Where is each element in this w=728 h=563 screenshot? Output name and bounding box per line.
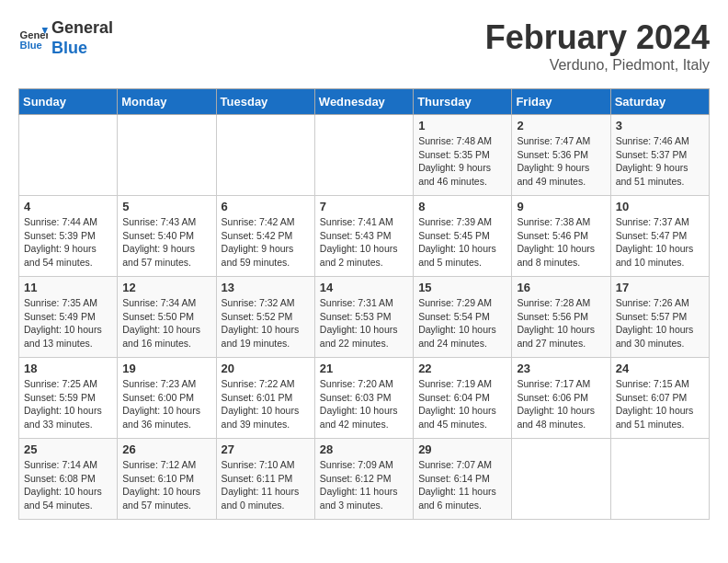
calendar-cell: 18Sunrise: 7:25 AM Sunset: 5:59 PM Dayli… xyxy=(19,358,118,439)
day-number: 15 xyxy=(418,281,506,294)
calendar-cell: 24Sunrise: 7:15 AM Sunset: 6:07 PM Dayli… xyxy=(610,358,709,439)
calendar-week-4: 18Sunrise: 7:25 AM Sunset: 5:59 PM Dayli… xyxy=(19,358,710,439)
day-number: 1 xyxy=(418,119,506,132)
day-number: 13 xyxy=(222,281,310,294)
calendar-week-3: 11Sunrise: 7:35 AM Sunset: 5:49 PM Dayli… xyxy=(19,277,710,358)
day-info: Sunrise: 7:32 AM Sunset: 5:52 PM Dayligh… xyxy=(222,296,310,350)
calendar-cell: 25Sunrise: 7:14 AM Sunset: 6:08 PM Dayli… xyxy=(19,439,118,520)
day-info: Sunrise: 7:22 AM Sunset: 6:01 PM Dayligh… xyxy=(222,377,310,431)
calendar-cell: 12Sunrise: 7:34 AM Sunset: 5:50 PM Dayli… xyxy=(118,277,216,358)
day-info: Sunrise: 7:15 AM Sunset: 6:07 PM Dayligh… xyxy=(616,377,704,431)
header-friday: Friday xyxy=(512,89,610,115)
day-number: 3 xyxy=(616,119,704,132)
day-info: Sunrise: 7:34 AM Sunset: 5:50 PM Dayligh… xyxy=(122,296,210,350)
day-info: Sunrise: 7:07 AM Sunset: 6:14 PM Dayligh… xyxy=(418,458,506,512)
logo-blue: Blue xyxy=(51,39,113,59)
day-info: Sunrise: 7:46 AM Sunset: 5:37 PM Dayligh… xyxy=(616,134,704,189)
calendar-cell xyxy=(610,439,709,520)
calendar-cell: 3Sunrise: 7:46 AM Sunset: 5:37 PM Daylig… xyxy=(610,115,709,196)
day-number: 11 xyxy=(24,281,112,294)
day-number: 18 xyxy=(24,362,112,375)
day-number: 17 xyxy=(616,281,704,294)
day-number: 27 xyxy=(222,442,310,456)
location-subtitle: Verduno, Piedmont, Italy xyxy=(485,57,710,74)
calendar-cell: 15Sunrise: 7:29 AM Sunset: 5:54 PM Dayli… xyxy=(414,277,512,358)
calendar-cell: 20Sunrise: 7:22 AM Sunset: 6:01 PM Dayli… xyxy=(216,358,314,439)
svg-text:Blue: Blue xyxy=(20,40,42,51)
calendar-cell: 26Sunrise: 7:12 AM Sunset: 6:10 PM Dayli… xyxy=(118,439,216,520)
header-sunday: Sunday xyxy=(19,89,118,115)
header-thursday: Thursday xyxy=(414,89,512,115)
title-block: February 2024 Verduno, Piedmont, Italy xyxy=(485,18,710,74)
calendar-cell xyxy=(118,115,216,196)
logo-general: General xyxy=(51,18,113,39)
day-info: Sunrise: 7:19 AM Sunset: 6:04 PM Dayligh… xyxy=(418,377,506,431)
calendar-header-row: SundayMondayTuesdayWednesdayThursdayFrid… xyxy=(19,89,710,115)
calendar-cell: 8Sunrise: 7:39 AM Sunset: 5:45 PM Daylig… xyxy=(414,196,512,277)
calendar-cell: 17Sunrise: 7:26 AM Sunset: 5:57 PM Dayli… xyxy=(610,277,709,358)
header-monday: Monday xyxy=(118,89,216,115)
header-saturday: Saturday xyxy=(610,89,709,115)
calendar-cell: 5Sunrise: 7:43 AM Sunset: 5:40 PM Daylig… xyxy=(118,196,216,277)
calendar-cell: 2Sunrise: 7:47 AM Sunset: 5:36 PM Daylig… xyxy=(512,115,610,196)
calendar-week-1: 1Sunrise: 7:48 AM Sunset: 5:35 PM Daylig… xyxy=(19,115,710,196)
logo-icon: General Blue xyxy=(18,24,48,53)
day-number: 2 xyxy=(517,119,605,132)
calendar-cell: 7Sunrise: 7:41 AM Sunset: 5:43 PM Daylig… xyxy=(314,196,413,277)
day-number: 8 xyxy=(418,200,506,213)
calendar-cell: 4Sunrise: 7:44 AM Sunset: 5:39 PM Daylig… xyxy=(19,196,118,277)
day-info: Sunrise: 7:39 AM Sunset: 5:45 PM Dayligh… xyxy=(418,215,506,270)
day-info: Sunrise: 7:12 AM Sunset: 6:10 PM Dayligh… xyxy=(122,458,210,512)
day-info: Sunrise: 7:10 AM Sunset: 6:11 PM Dayligh… xyxy=(222,458,310,512)
calendar-cell xyxy=(314,115,413,196)
day-number: 16 xyxy=(517,281,605,294)
day-number: 21 xyxy=(320,362,408,375)
calendar-cell: 16Sunrise: 7:28 AM Sunset: 5:56 PM Dayli… xyxy=(512,277,610,358)
day-number: 26 xyxy=(122,442,210,456)
day-number: 6 xyxy=(222,200,310,213)
day-info: Sunrise: 7:23 AM Sunset: 6:00 PM Dayligh… xyxy=(122,377,210,431)
calendar-cell: 23Sunrise: 7:17 AM Sunset: 6:06 PM Dayli… xyxy=(512,358,610,439)
calendar-cell: 13Sunrise: 7:32 AM Sunset: 5:52 PM Dayli… xyxy=(216,277,314,358)
calendar-cell xyxy=(512,439,610,520)
day-info: Sunrise: 7:28 AM Sunset: 5:56 PM Dayligh… xyxy=(517,296,605,350)
day-info: Sunrise: 7:09 AM Sunset: 6:12 PM Dayligh… xyxy=(320,458,408,512)
day-info: Sunrise: 7:44 AM Sunset: 5:39 PM Dayligh… xyxy=(24,215,112,270)
day-number: 28 xyxy=(320,442,408,456)
day-number: 20 xyxy=(222,362,310,375)
calendar-cell: 22Sunrise: 7:19 AM Sunset: 6:04 PM Dayli… xyxy=(414,358,512,439)
calendar-cell: 19Sunrise: 7:23 AM Sunset: 6:00 PM Dayli… xyxy=(118,358,216,439)
day-info: Sunrise: 7:38 AM Sunset: 5:46 PM Dayligh… xyxy=(517,215,605,270)
month-title: February 2024 xyxy=(485,18,710,57)
calendar-cell: 6Sunrise: 7:42 AM Sunset: 5:42 PM Daylig… xyxy=(216,196,314,277)
day-number: 10 xyxy=(616,200,704,213)
day-info: Sunrise: 7:31 AM Sunset: 5:53 PM Dayligh… xyxy=(320,296,408,350)
day-number: 29 xyxy=(418,442,506,456)
day-info: Sunrise: 7:37 AM Sunset: 5:47 PM Dayligh… xyxy=(616,215,704,270)
header-tuesday: Tuesday xyxy=(216,89,314,115)
day-info: Sunrise: 7:20 AM Sunset: 6:03 PM Dayligh… xyxy=(320,377,408,431)
day-number: 19 xyxy=(122,362,210,375)
calendar-week-5: 25Sunrise: 7:14 AM Sunset: 6:08 PM Dayli… xyxy=(19,439,710,520)
calendar-cell xyxy=(216,115,314,196)
calendar-cell: 9Sunrise: 7:38 AM Sunset: 5:46 PM Daylig… xyxy=(512,196,610,277)
calendar-cell: 21Sunrise: 7:20 AM Sunset: 6:03 PM Dayli… xyxy=(314,358,413,439)
logo: General Blue General Blue xyxy=(18,18,113,58)
header-wednesday: Wednesday xyxy=(314,89,413,115)
day-number: 5 xyxy=(122,200,210,213)
calendar-cell: 29Sunrise: 7:07 AM Sunset: 6:14 PM Dayli… xyxy=(414,439,512,520)
calendar-week-2: 4Sunrise: 7:44 AM Sunset: 5:39 PM Daylig… xyxy=(19,196,710,277)
day-info: Sunrise: 7:41 AM Sunset: 5:43 PM Dayligh… xyxy=(320,215,408,270)
day-number: 24 xyxy=(616,362,704,375)
day-info: Sunrise: 7:35 AM Sunset: 5:49 PM Dayligh… xyxy=(24,296,112,350)
day-info: Sunrise: 7:43 AM Sunset: 5:40 PM Dayligh… xyxy=(122,215,210,270)
calendar-cell: 10Sunrise: 7:37 AM Sunset: 5:47 PM Dayli… xyxy=(610,196,709,277)
day-number: 25 xyxy=(24,442,112,456)
calendar-cell: 28Sunrise: 7:09 AM Sunset: 6:12 PM Dayli… xyxy=(314,439,413,520)
calendar-cell: 11Sunrise: 7:35 AM Sunset: 5:49 PM Dayli… xyxy=(19,277,118,358)
day-number: 4 xyxy=(24,200,112,213)
day-number: 7 xyxy=(320,200,408,213)
day-number: 14 xyxy=(320,281,408,294)
day-info: Sunrise: 7:48 AM Sunset: 5:35 PM Dayligh… xyxy=(418,134,506,189)
day-info: Sunrise: 7:29 AM Sunset: 5:54 PM Dayligh… xyxy=(418,296,506,350)
